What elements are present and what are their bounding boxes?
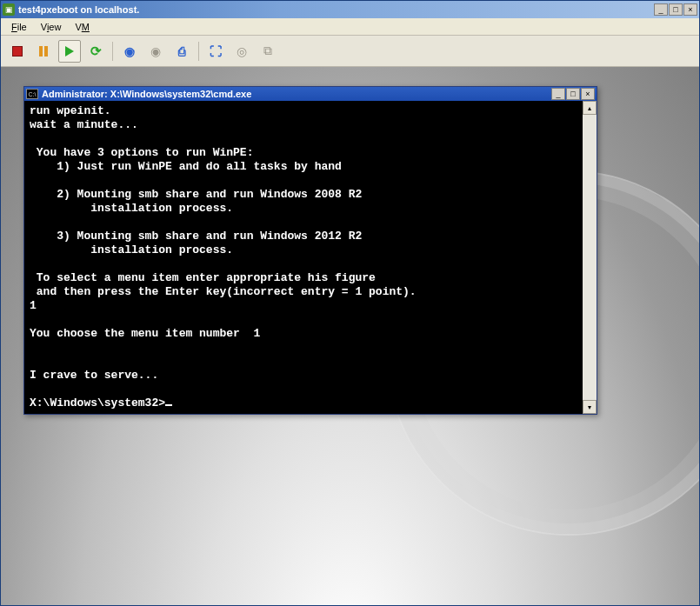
vmware-icon: ▣ (3, 3, 15, 16)
cmd-window-controls: _ □ × (551, 88, 595, 100)
floppy-button[interactable]: ⧉ (257, 40, 279, 63)
revert-button[interactable]: ◉ (144, 40, 167, 63)
maximize-button[interactable]: □ (669, 3, 683, 16)
pause-icon (39, 46, 48, 57)
pause-button[interactable] (32, 40, 55, 63)
cmd-maximize-button[interactable]: □ (566, 88, 580, 100)
stop-icon (12, 46, 23, 57)
vmware-console-window: ▣ test4pxeboot on localhost. _ □ × File … (0, 0, 700, 606)
outer-title: test4pxeboot on localhost. (18, 4, 654, 15)
cmd-titlebar[interactable]: C:\ Administrator: X:\Windows\system32\c… (24, 87, 597, 101)
scroll-track[interactable] (583, 115, 597, 400)
toolbar-separator (112, 42, 113, 61)
manage-snapshot-button[interactable]: ⎙ (170, 40, 193, 63)
cursor (165, 404, 172, 406)
cdrom-button[interactable]: ◎ (230, 40, 253, 63)
outer-titlebar[interactable]: ▣ test4pxeboot on localhost. _ □ × (1, 1, 699, 18)
cmd-title: Administrator: X:\Windows\system32\cmd.e… (42, 89, 551, 99)
cmd-close-button[interactable]: × (581, 88, 595, 100)
menu-file[interactable]: File (4, 20, 34, 34)
cmd-output[interactable]: run wpeinit. wait a minute... You have 3… (24, 101, 583, 414)
menubar: File View VM (1, 18, 699, 36)
snapshot-button[interactable]: ◉ (118, 40, 141, 63)
menu-vm[interactable]: VM (68, 20, 97, 34)
device-icon: ⧉ (263, 43, 272, 58)
cmd-icon: C:\ (26, 89, 38, 99)
cmd-window: C:\ Administrator: X:\Windows\system32\c… (23, 86, 597, 415)
revert-icon: ◉ (150, 44, 161, 58)
cmd-minimize-button[interactable]: _ (551, 88, 565, 100)
cmd-scrollbar[interactable]: ▴ ▾ (583, 101, 597, 414)
minimize-button[interactable]: _ (654, 3, 668, 16)
guest-desktop[interactable]: C:\ Administrator: X:\Windows\system32\c… (1, 67, 699, 605)
play-button[interactable] (58, 40, 81, 63)
close-button[interactable]: × (683, 3, 697, 16)
reset-button[interactable]: ⟳ (84, 40, 107, 63)
play-icon (65, 46, 74, 57)
outer-window-controls: _ □ × (654, 3, 697, 16)
refresh-icon: ⟳ (90, 43, 102, 59)
fullscreen-button[interactable]: ⛶ (204, 40, 227, 63)
disc-icon: ◎ (237, 44, 247, 58)
cmd-body: run wpeinit. wait a minute... You have 3… (24, 101, 597, 414)
stop-button[interactable] (6, 40, 29, 63)
menu-view[interactable]: View (34, 20, 69, 34)
fullscreen-icon: ⛶ (210, 44, 222, 58)
scroll-up-button[interactable]: ▴ (583, 101, 597, 115)
camera-icon: ◉ (124, 44, 135, 58)
toolbar: ⟳ ◉ ◉ ⎙ ⛶ ◎ ⧉ (1, 36, 699, 67)
toolbar-separator-2 (198, 42, 199, 61)
folder-icon: ⎙ (178, 44, 185, 58)
scroll-down-button[interactable]: ▾ (583, 400, 597, 414)
